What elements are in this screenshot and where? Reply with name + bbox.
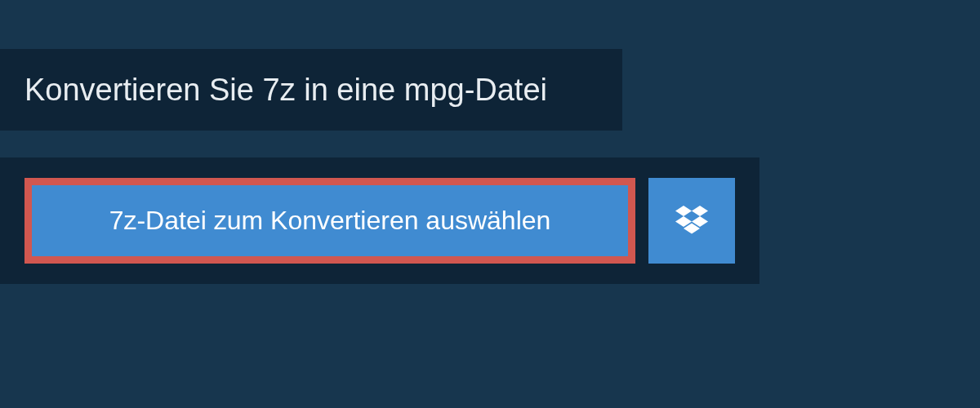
action-band: 7z-Datei zum Konvertieren auswählen: [0, 157, 760, 284]
title-band: Konvertieren Sie 7z in eine mpg-Datei: [0, 49, 622, 131]
dropbox-icon: [675, 206, 708, 237]
select-file-button[interactable]: 7z-Datei zum Konvertieren auswählen: [24, 178, 635, 264]
select-file-label: 7z-Datei zum Konvertieren auswählen: [109, 206, 551, 236]
page-title: Konvertieren Sie 7z in eine mpg-Datei: [24, 73, 547, 108]
dropbox-button[interactable]: [648, 178, 735, 264]
